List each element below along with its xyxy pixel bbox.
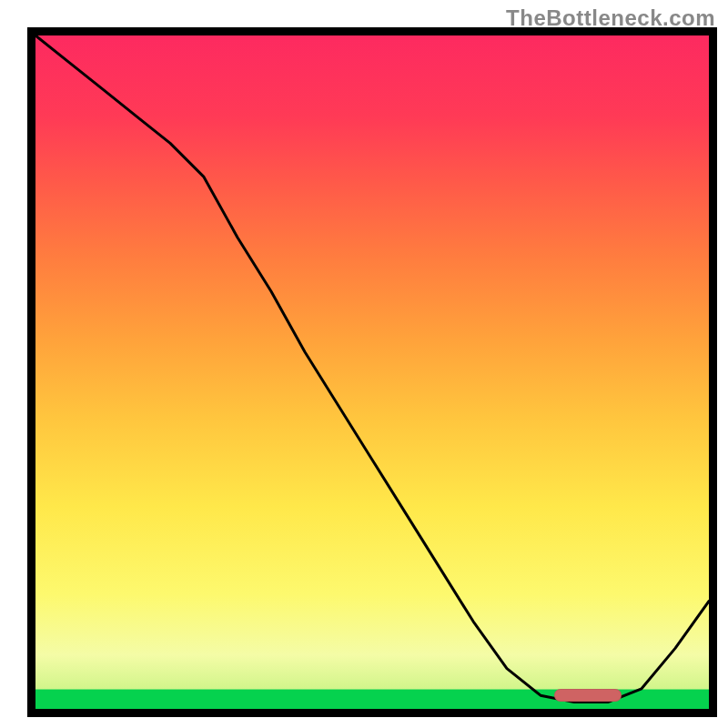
chart-line-layer — [35, 35, 709, 709]
chart-container: TheBottleneck.com — [0, 0, 728, 728]
optimum-marker — [554, 689, 622, 702]
chart-plot-area — [27, 27, 717, 717]
bottleneck-curve-line — [35, 35, 709, 703]
